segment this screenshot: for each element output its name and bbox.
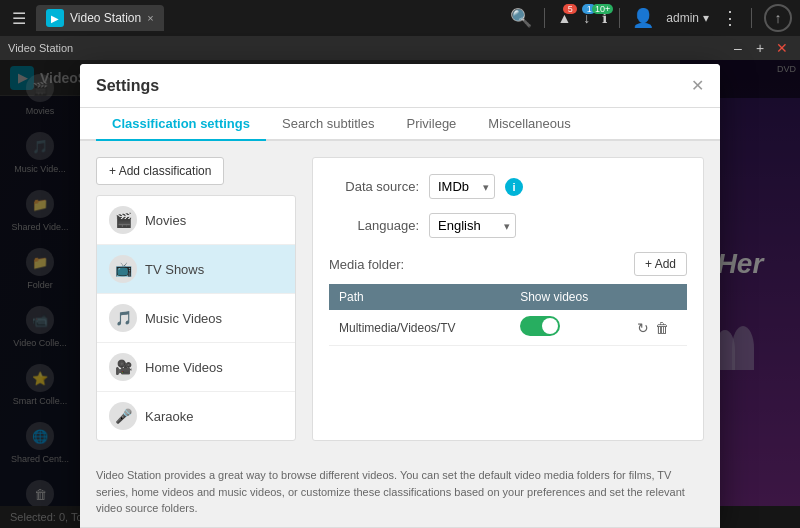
homevideos-icon: 🎥: [109, 353, 137, 381]
actions-cell: ↻ 🗑: [627, 310, 687, 346]
dialog-close-icon[interactable]: ✕: [691, 76, 704, 95]
maximize-button[interactable]: +: [750, 38, 770, 58]
path-column-header: Path: [329, 284, 510, 310]
divider2: [619, 8, 620, 28]
row-actions: ↻ 🗑: [637, 320, 677, 336]
data-source-select-wrapper: IMDb TVDB TMDb: [429, 174, 495, 199]
modal-overlay: Settings ✕ Classification settings Searc…: [0, 60, 800, 528]
class-movies-label: Movies: [145, 213, 186, 228]
admin-button[interactable]: admin ▾: [666, 11, 709, 25]
background-content: ▶ VideoStation 6 🔍 ↻ ⋯ 👤 🎬 Movies 🎵 Musi…: [0, 60, 800, 528]
dialog-header: Settings ✕: [80, 64, 720, 108]
classification-panel: + Add classification 🎬 Movies 📺 TV Shows: [96, 157, 296, 441]
tab-classification-label: Classification settings: [112, 116, 250, 131]
divider3: [751, 8, 752, 28]
tab-privilege[interactable]: Privilege: [390, 108, 472, 141]
cloud-upload-icon[interactable]: ↑: [764, 4, 792, 32]
more-menu-icon[interactable]: ⋮: [721, 7, 739, 29]
app-tab-icon: ▶: [46, 9, 64, 27]
class-item-musicvideos[interactable]: 🎵 Music Videos: [97, 294, 295, 343]
class-item-karaoke[interactable]: 🎤 Karaoke: [97, 392, 295, 440]
app-tab-label: Video Station: [70, 11, 141, 25]
minimize-button[interactable]: –: [728, 38, 748, 58]
divider: [544, 8, 545, 28]
info-notification-icon[interactable]: ℹ10+: [602, 10, 607, 26]
media-folder-header: Media folder: + Add: [329, 252, 687, 276]
class-karaoke-label: Karaoke: [145, 409, 193, 424]
tab-search-subtitles[interactable]: Search subtitles: [266, 108, 391, 141]
download-notification-icon[interactable]: ↓1: [583, 10, 590, 26]
add-folder-button[interactable]: + Add: [634, 252, 687, 276]
dialog-title: Settings: [96, 77, 159, 95]
language-label: Language:: [329, 218, 419, 233]
folder-table-header: Path Show videos: [329, 284, 687, 310]
info-badge: 10+: [592, 4, 613, 14]
hamburger-menu-icon[interactable]: ☰: [8, 5, 30, 32]
tvshows-icon: 📺: [109, 255, 137, 283]
search-icon[interactable]: 🔍: [510, 7, 532, 29]
class-musicvideos-label: Music Videos: [145, 311, 222, 326]
folder-path-cell: Multimedia/Videos/TV: [329, 310, 510, 346]
tab-subtitles-label: Search subtitles: [282, 116, 375, 131]
app-area: ▶ VideoStation 6 🔍 ↻ ⋯ 👤 🎬 Movies 🎵 Musi…: [0, 60, 800, 528]
table-row: Multimedia/Videos/TV ↻ 🗑: [329, 310, 687, 346]
karaoke-icon: 🎤: [109, 402, 137, 430]
admin-dropdown-icon: ▾: [703, 11, 709, 25]
show-videos-column-header: Show videos: [510, 284, 627, 310]
show-videos-cell: [510, 310, 627, 346]
class-item-tvshows[interactable]: 📺 TV Shows: [97, 245, 295, 294]
delete-folder-icon[interactable]: 🗑: [655, 320, 669, 336]
tab-miscellaneous[interactable]: Miscellaneous: [472, 108, 586, 141]
admin-label: admin: [666, 11, 699, 25]
data-source-info-icon[interactable]: i: [505, 178, 523, 196]
window-controls: – + ✕: [728, 38, 792, 58]
class-homevideos-label: Home Videos: [145, 360, 223, 375]
data-source-select[interactable]: IMDb TVDB TMDb: [429, 174, 495, 199]
window-close-button[interactable]: ✕: [772, 38, 792, 58]
window-titlebar: Video Station – + ✕: [0, 36, 800, 60]
upload-badge: 5: [563, 4, 577, 14]
upload-notification-icon[interactable]: ▲5: [557, 10, 571, 26]
language-row: Language: English Chinese Japanese Korea…: [329, 213, 687, 238]
movies-icon: 🎬: [109, 206, 137, 234]
settings-dialog: Settings ✕ Classification settings Searc…: [80, 64, 720, 524]
show-videos-toggle[interactable]: [520, 316, 560, 336]
data-source-row: Data source: IMDb TVDB TMDb i: [329, 174, 687, 199]
musicvideos-icon: 🎵: [109, 304, 137, 332]
class-item-homevideos[interactable]: 🎥 Home Videos: [97, 343, 295, 392]
dialog-body: + Add classification 🎬 Movies 📺 TV Shows: [80, 141, 720, 457]
dialog-tabs: Classification settings Search subtitles…: [80, 108, 720, 141]
close-tab-icon[interactable]: ×: [147, 12, 153, 24]
class-tvshows-label: TV Shows: [145, 262, 204, 277]
media-folder-label: Media folder:: [329, 257, 404, 272]
actions-column-header: [627, 284, 687, 310]
settings-panel: Data source: IMDb TVDB TMDb i: [312, 157, 704, 441]
folder-table: Path Show videos Multimedia/Videos/TV: [329, 284, 687, 346]
taskbar-icons: 🔍 ▲5 ↓1 ℹ10+ 👤 admin ▾ ⋮ ↑: [510, 4, 792, 32]
language-select[interactable]: English Chinese Japanese Korean: [429, 213, 516, 238]
window-title: Video Station: [8, 42, 73, 54]
tab-classification-settings[interactable]: Classification settings: [96, 108, 266, 141]
tab-privilege-label: Privilege: [406, 116, 456, 131]
classification-list: 🎬 Movies 📺 TV Shows 🎵 Music Videos: [96, 195, 296, 441]
app-tab[interactable]: ▶ Video Station ×: [36, 5, 164, 31]
refresh-folder-icon[interactable]: ↻: [637, 320, 649, 336]
class-item-movies[interactable]: 🎬 Movies: [97, 196, 295, 245]
folder-table-body: Multimedia/Videos/TV ↻ 🗑: [329, 310, 687, 346]
language-select-wrapper: English Chinese Japanese Korean: [429, 213, 516, 238]
tab-misc-label: Miscellaneous: [488, 116, 570, 131]
taskbar: ☰ ▶ Video Station × 🔍 ▲5 ↓1 ℹ10+ 👤 admin…: [0, 0, 800, 36]
data-source-label: Data source:: [329, 179, 419, 194]
add-classification-button[interactable]: + Add classification: [96, 157, 224, 185]
dialog-description: Video Station provides a great way to br…: [80, 457, 720, 527]
user-avatar-icon[interactable]: 👤: [632, 7, 654, 29]
